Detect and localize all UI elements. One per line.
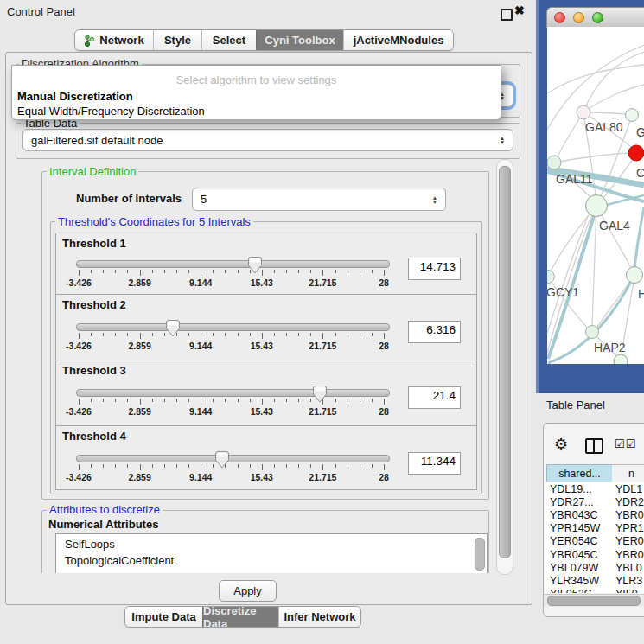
- table-row[interactable]: YIL052CYIL0: [545, 588, 644, 594]
- threshold-value-input[interactable]: 6.316: [408, 321, 461, 343]
- cell-shared-name: YPR145W: [545, 522, 615, 534]
- table-column-header-2[interactable]: n: [612, 464, 644, 483]
- slider-thumb[interactable]: [166, 320, 180, 337]
- threshold-slider-track[interactable]: [76, 260, 390, 268]
- slider-tick: [360, 270, 360, 273]
- slider-thumb[interactable]: [248, 257, 262, 274]
- slider-tick-label: 15.43: [240, 277, 284, 288]
- threshold-value-input[interactable]: 21.4: [408, 386, 461, 409]
- table-row[interactable]: YBL079WYBL0: [545, 561, 644, 574]
- table-row[interactable]: YPR145WYPR1: [545, 522, 644, 535]
- algorithm-option[interactable]: Equal Width/Frequency Discretization: [16, 105, 497, 119]
- network-edge[interactable]: [551, 206, 596, 271]
- network-node[interactable]: [614, 354, 628, 364]
- network-node-c[interactable]: [628, 145, 644, 161]
- slider-tick: [335, 464, 336, 468]
- minimize-window-icon[interactable]: [573, 12, 584, 23]
- network-node-hap2[interactable]: [586, 326, 599, 339]
- node-table[interactable]: YDL19...YDL1YDR27...YDR2YBR043CYBR0YPR14…: [545, 482, 644, 593]
- cyni-tab-impute-data[interactable]: Impute Data: [125, 607, 202, 627]
- close-window-icon[interactable]: [554, 12, 565, 23]
- threshold-label: Threshold 4: [62, 430, 126, 443]
- float-window-icon[interactable]: [501, 9, 513, 21]
- gear-icon[interactable]: ⚙: [554, 435, 568, 454]
- close-panel-icon[interactable]: ✖: [514, 3, 525, 17]
- settings-scrollbar-thumb[interactable]: [499, 166, 511, 558]
- column-checkboxes-icon[interactable]: ☑☑: [615, 437, 636, 450]
- slider-tick: [225, 399, 226, 402]
- slider-tick: [348, 270, 348, 273]
- slider-tick: [213, 399, 214, 402]
- slider-tick-label: 15.43: [240, 341, 284, 351]
- number-of-intervals-combo[interactable]: 5 ▲▼: [192, 188, 446, 211]
- slider-tick: [152, 399, 153, 402]
- attribute-list-item[interactable]: BetweennessCentrality: [56, 569, 487, 573]
- table-row[interactable]: YDL19...YDL1: [545, 482, 644, 495]
- threshold-value-input[interactable]: 14.713: [408, 258, 461, 280]
- network-canvas[interactable]: GAL80GACGAL11GAL4GCY1HHAP2: [547, 27, 644, 364]
- slider-tick: [188, 270, 189, 273]
- table-row[interactable]: YER054CYER0: [545, 535, 644, 548]
- zoom-window-icon[interactable]: [592, 12, 603, 23]
- slider-tick: [372, 270, 373, 273]
- control-panel-tabbar: NetworkStyleSelectCyni ToolboxjActiveMNo…: [74, 29, 454, 51]
- network-node-gal11[interactable]: [547, 156, 561, 169]
- algorithm-option[interactable]: Manual Discretization: [16, 90, 497, 105]
- slider-tick: [103, 399, 104, 402]
- table-row[interactable]: YBR045CYBR0: [545, 548, 644, 561]
- network-node-gcy1[interactable]: [547, 271, 555, 284]
- slider-tick-label: 28: [362, 341, 405, 351]
- slider-tick: [286, 464, 287, 468]
- slider-tick: [298, 333, 299, 336]
- table-column-header-1[interactable]: shared...: [546, 464, 613, 483]
- network-edge-highlighted[interactable]: [634, 207, 644, 268]
- slider-thumb[interactable]: [313, 386, 327, 403]
- network-edge[interactable]: [583, 85, 644, 112]
- network-node-ga[interactable]: [626, 109, 639, 122]
- threshold-slider-track[interactable]: [76, 323, 390, 331]
- control-tab-select[interactable]: Select: [201, 30, 256, 50]
- slider-tick: [298, 464, 299, 468]
- threshold-value-input[interactable]: 11.344: [408, 452, 461, 475]
- threshold-slider-track[interactable]: [76, 455, 390, 462]
- slider-tick: [225, 333, 226, 336]
- slider-thumb[interactable]: [215, 451, 229, 469]
- apply-button[interactable]: Apply: [219, 580, 277, 602]
- threshold-panel-1: Threshold 1-3.4262.8599.14415.4321.71528…: [55, 233, 477, 295]
- control-tab-style[interactable]: Style: [153, 30, 201, 50]
- slider-tick: [360, 333, 360, 336]
- network-window-titlebar[interactable]: [546, 7, 644, 28]
- slider-tick-label: 2.859: [118, 406, 162, 417]
- cell-name: YBL0: [615, 562, 642, 574]
- cyni-tab-infer-network[interactable]: Infer Network: [278, 607, 360, 627]
- table-row[interactable]: YLR345WYLR3: [545, 574, 644, 587]
- network-node-h[interactable]: [627, 267, 643, 284]
- attribute-list-item[interactable]: SelfLoops: [56, 536, 487, 552]
- table-row[interactable]: YDR27...YDR2: [545, 495, 644, 508]
- control-tab-jactivemnodules[interactable]: jActiveMNodules: [343, 30, 453, 50]
- slider-tick: [115, 333, 116, 336]
- table-row[interactable]: YBR043CYBR0: [545, 508, 644, 521]
- network-node-gal80[interactable]: [577, 105, 590, 119]
- slider-tick: [152, 464, 153, 468]
- control-tab-network[interactable]: Network: [75, 30, 153, 50]
- network-edge[interactable]: [583, 52, 644, 112]
- cyni-tabs: Impute DataDiscretize DataInfer Network: [124, 606, 361, 628]
- slider-tick: [213, 333, 214, 336]
- threshold-slider-track[interactable]: [76, 389, 390, 397]
- table-hscrollbar-thumb[interactable]: [547, 596, 641, 606]
- node-label: GCY1: [547, 285, 579, 299]
- slider-tick: [384, 399, 385, 405]
- network-edge[interactable]: [556, 112, 583, 161]
- table-data-combo[interactable]: galFiltered.sif default node ▲▼: [22, 129, 513, 151]
- control-tab-cyni-toolbox[interactable]: Cyni Toolbox: [256, 30, 343, 50]
- slider-tick: [79, 270, 80, 276]
- cyni-tab-discretize-data[interactable]: Discretize Data: [202, 607, 278, 627]
- list-scrollbar[interactable]: [475, 538, 485, 571]
- network-edge[interactable]: [597, 275, 634, 327]
- slider-tick: [310, 464, 311, 468]
- network-node-gal4[interactable]: [586, 195, 608, 217]
- attribute-list-item[interactable]: TopologicalCoefficient: [56, 552, 487, 569]
- numerical-attributes-list[interactable]: SelfLoopsTopologicalCoefficientBetweenne…: [55, 533, 488, 573]
- split-columns-icon[interactable]: [585, 438, 603, 454]
